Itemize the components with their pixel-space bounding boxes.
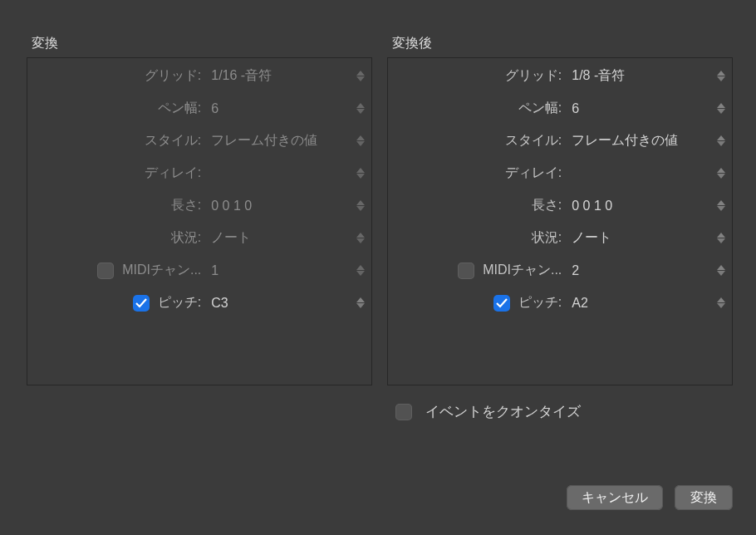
svg-marker-16 bbox=[717, 71, 725, 76]
param-label: 状況: bbox=[532, 229, 562, 247]
param-value: 0 0 1 0 bbox=[211, 199, 252, 214]
svg-marker-23 bbox=[717, 174, 725, 179]
param-value: ノート bbox=[211, 229, 251, 247]
param-value-cell[interactable]: 1 bbox=[206, 254, 371, 287]
param-label-cell: 状況: bbox=[388, 222, 567, 254]
stepper-control[interactable] bbox=[355, 99, 366, 119]
svg-marker-19 bbox=[717, 109, 725, 114]
param-value-cell[interactable]: A2 bbox=[567, 287, 732, 319]
param-label-cell: ピッチ: bbox=[388, 287, 567, 319]
svg-marker-31 bbox=[717, 303, 725, 308]
param-row: 状況:ノート bbox=[27, 222, 371, 254]
svg-marker-6 bbox=[356, 168, 365, 173]
param-label: ピッチ: bbox=[518, 294, 562, 312]
param-label: スタイル: bbox=[145, 132, 201, 150]
svg-marker-11 bbox=[356, 238, 365, 243]
svg-marker-26 bbox=[717, 233, 725, 238]
param-label: ディレイ: bbox=[145, 164, 201, 182]
param-value-cell[interactable]: C3 bbox=[206, 287, 371, 319]
param-value: 1/16 -音符 bbox=[211, 67, 272, 85]
param-row: 長さ:0 0 1 0 bbox=[388, 189, 732, 222]
svg-marker-15 bbox=[356, 303, 365, 308]
panel-from: 変換 グリッド:1/16 -音符ペン幅:6スタイル:フレーム付きの値ディレイ:長… bbox=[27, 35, 372, 385]
param-value: 6 bbox=[211, 101, 218, 116]
param-checkbox[interactable] bbox=[458, 263, 474, 279]
svg-marker-8 bbox=[356, 200, 365, 205]
stepper-control[interactable] bbox=[715, 261, 727, 281]
stepper-control[interactable] bbox=[355, 164, 366, 184]
quantize-label: イベントをクオンタイズ bbox=[425, 402, 581, 421]
svg-marker-2 bbox=[356, 103, 365, 108]
param-row: MIDIチャン...1 bbox=[27, 254, 371, 287]
svg-marker-13 bbox=[356, 271, 365, 276]
param-label-cell: ペン幅: bbox=[388, 92, 567, 125]
param-label-cell: ディレイ: bbox=[27, 157, 206, 189]
param-value-cell[interactable]: 0 0 1 0 bbox=[567, 189, 732, 222]
stepper-control[interactable] bbox=[355, 293, 366, 313]
stepper-control[interactable] bbox=[715, 228, 727, 248]
param-checkbox[interactable] bbox=[133, 295, 150, 312]
param-value-cell[interactable]: フレーム付きの値 bbox=[567, 125, 732, 157]
param-row: スタイル:フレーム付きの値 bbox=[27, 125, 371, 157]
stepper-control[interactable] bbox=[715, 164, 727, 184]
param-value: A2 bbox=[572, 296, 588, 311]
param-label: ディレイ: bbox=[505, 164, 562, 182]
param-label-cell: MIDIチャン... bbox=[388, 254, 567, 287]
svg-marker-24 bbox=[717, 200, 725, 205]
param-label-cell: 長さ: bbox=[388, 189, 567, 222]
svg-marker-9 bbox=[356, 206, 365, 211]
param-value-cell[interactable]: 0 0 1 0 bbox=[206, 189, 371, 222]
stepper-control[interactable] bbox=[715, 131, 727, 151]
param-value-cell[interactable]: 1/16 -音符 bbox=[206, 60, 371, 92]
param-value: 0 0 1 0 bbox=[572, 199, 612, 214]
stepper-control[interactable] bbox=[715, 293, 727, 313]
param-label-cell: 長さ: bbox=[27, 189, 206, 222]
param-label: 状況: bbox=[171, 229, 201, 247]
param-row: MIDIチャン...2 bbox=[388, 254, 732, 287]
quantize-row: イベントをクオンタイズ bbox=[395, 402, 756, 421]
stepper-control[interactable] bbox=[355, 261, 366, 281]
param-value-cell[interactable]: 6 bbox=[206, 92, 371, 125]
stepper-control[interactable] bbox=[355, 66, 366, 86]
param-checkbox[interactable] bbox=[97, 263, 114, 279]
cancel-button[interactable]: キャンセル bbox=[567, 485, 663, 510]
panel-from-box: グリッド:1/16 -音符ペン幅:6スタイル:フレーム付きの値ディレイ:長さ:0… bbox=[27, 57, 372, 385]
stepper-control[interactable] bbox=[715, 99, 727, 119]
param-value-cell[interactable]: 6 bbox=[567, 92, 732, 125]
svg-marker-17 bbox=[717, 76, 725, 81]
param-label: MIDIチャン... bbox=[483, 262, 562, 279]
stepper-control[interactable] bbox=[715, 66, 727, 86]
param-row: ディレイ: bbox=[388, 157, 732, 189]
param-label-cell: グリッド: bbox=[27, 60, 206, 92]
param-value-cell[interactable]: 2 bbox=[567, 254, 732, 287]
ok-button[interactable]: 変換 bbox=[675, 485, 733, 510]
param-row: グリッド:1/16 -音符 bbox=[27, 60, 371, 92]
param-label-cell: ピッチ: bbox=[27, 287, 206, 319]
param-value-cell[interactable] bbox=[206, 157, 371, 189]
svg-marker-14 bbox=[356, 297, 365, 302]
param-checkbox[interactable] bbox=[493, 295, 510, 312]
param-value-cell[interactable]: 1/8 -音符 bbox=[567, 60, 732, 92]
param-label-cell: グリッド: bbox=[388, 60, 567, 92]
param-label: 長さ: bbox=[532, 197, 562, 214]
param-row: ペン幅:6 bbox=[388, 92, 732, 125]
stepper-control[interactable] bbox=[355, 131, 366, 151]
param-value-cell[interactable]: フレーム付きの値 bbox=[206, 125, 371, 157]
svg-marker-4 bbox=[356, 135, 365, 140]
quantize-checkbox[interactable] bbox=[395, 404, 412, 420]
svg-marker-22 bbox=[717, 168, 725, 173]
dialog-buttons: キャンセル 変換 bbox=[567, 485, 733, 510]
param-row: スタイル:フレーム付きの値 bbox=[388, 125, 732, 157]
param-label: スタイル: bbox=[505, 132, 562, 150]
param-value-cell[interactable]: ノート bbox=[206, 222, 371, 254]
param-value-cell[interactable] bbox=[567, 157, 732, 189]
param-label-cell: 状況: bbox=[27, 222, 206, 254]
param-label: MIDIチャン... bbox=[122, 262, 201, 279]
param-label: ペン幅: bbox=[518, 100, 562, 117]
stepper-control[interactable] bbox=[355, 228, 366, 248]
param-value: 6 bbox=[572, 101, 579, 116]
stepper-control[interactable] bbox=[355, 196, 366, 216]
param-label-cell: MIDIチャン... bbox=[27, 254, 206, 287]
param-value-cell[interactable]: ノート bbox=[567, 222, 732, 254]
stepper-control[interactable] bbox=[715, 196, 727, 216]
